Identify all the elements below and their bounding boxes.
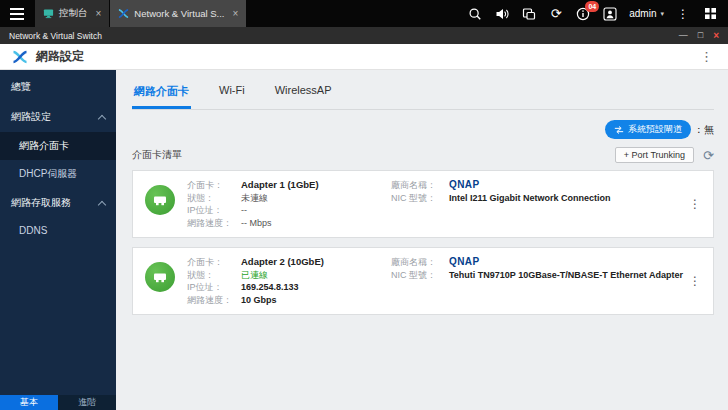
sidebar-nav: 總覽 網路設定 網路介面卡 DHCP伺服器 網路存取服務 DDNS [0, 70, 116, 395]
main-area: 總覽 網路設定 網路介面卡 DHCP伺服器 網路存取服務 DDNS 基本 進階 … [0, 70, 728, 410]
gateway-button-label: 系統預設閘道 [628, 123, 682, 136]
adapter-field-values: Adapter 2 (10GbE) 已連線 169.254.8.133 10 G… [241, 256, 391, 306]
adapter-icon [145, 262, 175, 292]
vendor-logo: QNAP [449, 179, 681, 192]
vendor-logo: QNAP [449, 256, 681, 269]
sidebar: 總覽 網路設定 網路介面卡 DHCP伺服器 網路存取服務 DDNS 基本 進階 [0, 70, 116, 410]
vendor-field-values: QNAP Tehuti TN9710P 10GBase-T/NBASE-T Et… [449, 256, 681, 281]
network-switch-icon [118, 8, 129, 19]
nic-model: Intel I211 Gigabit Network Connection [449, 192, 681, 205]
sidebar-item-ddns[interactable]: DDNS [0, 218, 116, 243]
close-icon[interactable]: × [96, 9, 102, 19]
tab-wirelessap[interactable]: WirelessAP [273, 82, 334, 109]
topbar: 控制台 × Network & Virtual S... × [0, 0, 728, 27]
window-title: Network & Virtual Switch [9, 31, 102, 41]
adapter-list-title: 介面卡清單 [132, 148, 182, 162]
adapter-ip: -- [241, 204, 391, 217]
vendor-field-values: QNAP Intel I211 Gigabit Network Connecti… [449, 179, 681, 204]
sidebar-group-label: 網路設定 [11, 110, 51, 124]
adapter-status: 已連線 [241, 269, 391, 282]
sidebar-item-network-interface[interactable]: 網路介面卡 [0, 132, 116, 160]
sidebar-item-dhcp-server[interactable]: DHCP伺服器 [0, 160, 116, 188]
maximize-button[interactable]: □ [698, 31, 703, 40]
volume-button[interactable] [494, 6, 510, 22]
sidebar-group-network-settings[interactable]: 網路設定 [0, 102, 116, 132]
system-default-gateway-button[interactable]: 系統預設閘道 [605, 120, 691, 139]
notification-badge: 04 [585, 1, 599, 12]
adapter-list-header: 介面卡清單 + Port Trunking ⟳ [132, 147, 714, 163]
devices-button[interactable] [521, 6, 537, 22]
background-tasks-button[interactable]: ⟳ [548, 6, 564, 22]
sidebar-item-overview[interactable]: 總覽 [0, 72, 116, 102]
tab-network-virtual-switch[interactable]: Network & Virtual S... × [110, 0, 246, 27]
tab-control-panel[interactable]: 控制台 × [35, 0, 109, 27]
basic-tab[interactable]: 基本 [0, 395, 58, 410]
chevron-up-icon [98, 114, 106, 122]
adapter-field-labels: 介面卡： 狀態： IP位址： 網路速度： [187, 256, 241, 306]
field-label: 網路速度： [187, 217, 241, 230]
app-header: 網路設定 ⋮ [0, 44, 728, 70]
tab-label: 控制台 [59, 7, 88, 20]
main-menu-button[interactable] [0, 0, 34, 27]
sidebar-group-network-access[interactable]: 網路存取服務 [0, 188, 116, 218]
vendor-field-labels: 廠商名稱： NIC 型號： [391, 256, 449, 281]
adapter-status: 未連線 [241, 192, 391, 205]
adapter-menu-button[interactable]: ⋮ [687, 198, 703, 210]
port-trunking-button[interactable]: + Port Trunking [615, 147, 694, 163]
tab-wifi[interactable]: Wi-Fi [217, 82, 247, 109]
sidebar-group-label: 網路存取服務 [11, 196, 71, 210]
hamburger-icon [10, 8, 24, 10]
vendor-field-labels: 廠商名稱： NIC 型號： [391, 179, 449, 204]
search-button[interactable] [467, 6, 483, 22]
minimize-button[interactable]: — [679, 31, 688, 40]
tab-network-interface[interactable]: 網路介面卡 [132, 82, 191, 109]
chevron-up-icon [98, 200, 106, 208]
field-label: NIC 型號： [391, 192, 449, 205]
external-device-icon [522, 7, 536, 21]
content-tabs: 網路介面卡 Wi-Fi WirelessAP [132, 82, 714, 110]
field-label: NIC 型號： [391, 269, 449, 282]
adapter-field-values: Adapter 1 (1GbE) 未連線 -- -- Mbps [241, 179, 391, 229]
adapter-ip: 169.254.8.133 [241, 281, 391, 294]
topbar-actions: ⟳ 04 admin ▾ ⋮ [467, 0, 728, 27]
field-label: IP位址： [187, 204, 241, 217]
page-title: 網路設定 [36, 48, 84, 65]
tab-label: Network & Virtual S... [134, 8, 224, 19]
search-icon [468, 7, 482, 21]
hamburger-icon [10, 13, 24, 15]
adapter-speed: 10 Gbps [241, 294, 391, 307]
window-titlebar[interactable]: Network & Virtual Switch — □ × [0, 27, 728, 44]
topbar-more-button[interactable]: ⋮ [675, 6, 691, 22]
adapter-card-1: 介面卡： 狀態： IP位址： 網路速度： Adapter 1 (1GbE) 未連… [132, 170, 714, 238]
field-label: 狀態： [187, 269, 241, 282]
advanced-tab[interactable]: 進階 [58, 395, 116, 410]
hamburger-icon [10, 18, 24, 20]
field-label: 狀態： [187, 192, 241, 205]
gateway-value: ：無 [694, 123, 714, 137]
grid-icon [704, 7, 717, 20]
field-label: 介面卡： [187, 256, 241, 269]
adapter-menu-button[interactable]: ⋮ [687, 275, 703, 287]
content: 網路介面卡 Wi-Fi WirelessAP 系統預設閘道 ：無 介面卡清單 +… [116, 70, 728, 410]
network-virtual-switch-logo [12, 49, 28, 65]
field-label: IP位址： [187, 281, 241, 294]
list-actions: + Port Trunking ⟳ [615, 147, 714, 163]
dashboard-button[interactable] [702, 6, 718, 22]
window-close-button[interactable]: × [713, 31, 719, 41]
user-icon [603, 7, 617, 21]
adapter-name: Adapter 1 (1GbE) [241, 179, 391, 192]
user-button[interactable] [602, 6, 618, 22]
notifications-button[interactable]: 04 [575, 6, 591, 22]
adapter-icon [145, 185, 175, 215]
refresh-icon[interactable]: ⟳ [703, 149, 714, 162]
gateway-row: 系統預設閘道 ：無 [132, 120, 714, 139]
admin-menu[interactable]: admin ▾ [629, 8, 664, 19]
app-more-button[interactable]: ⋮ [697, 50, 716, 63]
window-controls: — □ × [679, 31, 719, 41]
close-icon[interactable]: × [232, 9, 238, 19]
adapter-name: Adapter 2 (10GbE) [241, 256, 391, 269]
control-panel-icon [43, 8, 54, 19]
field-label: 介面卡： [187, 179, 241, 192]
nic-model: Tehuti TN9710P 10GBase-T/NBASE-T Etherne… [449, 269, 681, 282]
more-vertical-icon: ⋮ [677, 8, 689, 20]
